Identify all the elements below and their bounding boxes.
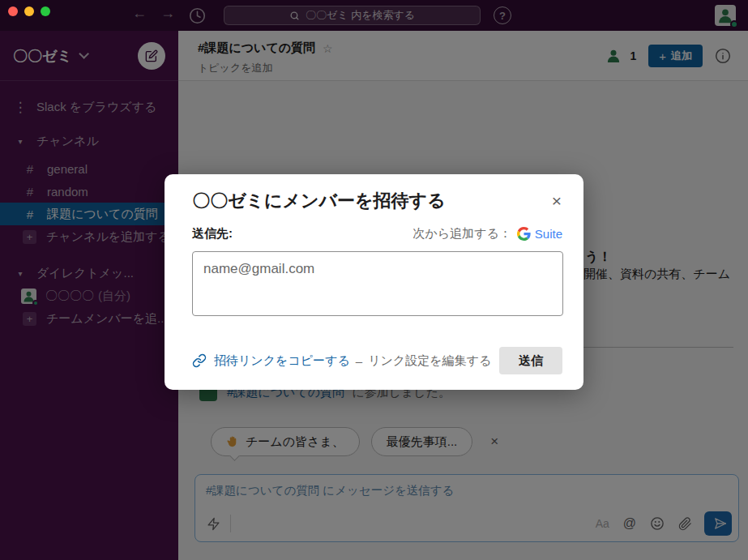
link-chain-icon: [192, 353, 207, 368]
gsuite-link[interactable]: Suite: [535, 227, 562, 241]
google-logo-icon: [517, 227, 531, 241]
invite-members-modal: 〇〇ゼミにメンバーを招待する × 送信先: 次から追加する： Suite 招待リ…: [165, 174, 583, 390]
modal-title: 〇〇ゼミにメンバーを招待する: [192, 189, 446, 213]
send-to-label: 送信先:: [192, 226, 233, 242]
close-modal-icon[interactable]: ×: [552, 192, 562, 209]
fullscreen-window-button[interactable]: [41, 6, 50, 16]
copy-invite-link-label: 招待リンクをコピーする: [214, 353, 350, 369]
add-from-label: 次から追加する：: [412, 226, 511, 242]
invite-email-input[interactable]: [192, 251, 563, 316]
macos-window-controls: [8, 6, 50, 16]
close-window-button[interactable]: [8, 6, 18, 16]
minimize-window-button[interactable]: [24, 6, 34, 16]
send-invite-button[interactable]: 送信: [499, 347, 562, 374]
separator-dash: –: [356, 354, 362, 368]
edit-link-settings-button[interactable]: リンク設定を編集する: [368, 353, 491, 369]
slack-window: ← → 〇〇ゼミ 内を検索する ? 〇〇ゼミ: [0, 0, 748, 560]
copy-invite-link-button[interactable]: 招待リンクをコピーする: [192, 353, 350, 369]
